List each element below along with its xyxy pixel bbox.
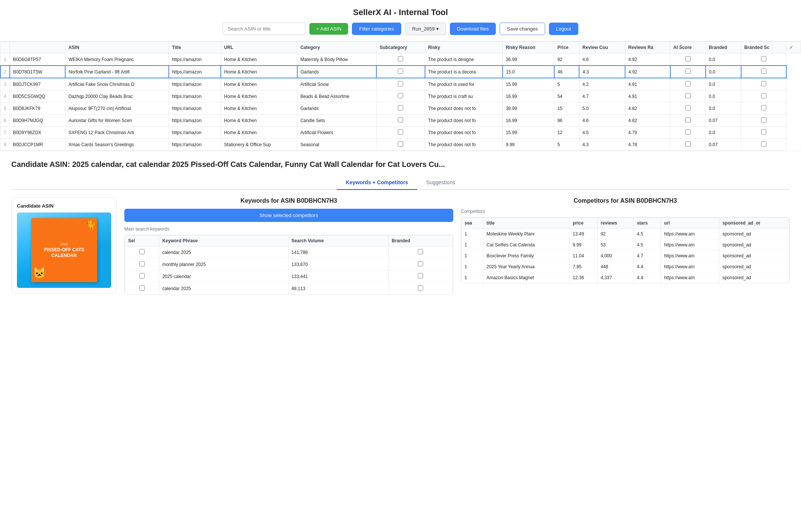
cell-risky[interactable] xyxy=(376,54,425,66)
comp-cell-url[interactable]: https://www.am xyxy=(661,229,719,240)
cell-branded[interactable] xyxy=(670,54,706,66)
cell-url[interactable]: https://amazon xyxy=(169,54,221,66)
cell-review-count: 12 xyxy=(554,127,579,139)
check-checkbox[interactable] xyxy=(761,81,766,86)
cell-check[interactable] xyxy=(741,139,786,151)
save-changes-button[interactable]: Save changes xyxy=(500,23,545,35)
risky-checkbox[interactable] xyxy=(398,81,403,86)
run-selector[interactable]: Run_2859 ▾ xyxy=(405,23,446,35)
cell-check[interactable] xyxy=(741,66,786,78)
competitors-table-wrap[interactable]: seatitlepricereviewsstarsurlsponsored_ad… xyxy=(461,217,790,283)
cell-risky[interactable] xyxy=(376,66,425,78)
risky-checkbox[interactable] xyxy=(398,93,403,98)
table-row[interactable]: 2B0D78D1T3WNorfolk Pine Garland - 9ft Ar… xyxy=(0,66,801,78)
kw-cell-branded[interactable] xyxy=(388,271,452,283)
cell-branded[interactable] xyxy=(670,127,706,139)
comp-cell-url[interactable]: https://www.am xyxy=(661,251,719,261)
check-checkbox[interactable] xyxy=(761,56,766,61)
cell-check[interactable] xyxy=(741,115,786,127)
cell-branded[interactable] xyxy=(670,102,706,115)
kw-cell-select[interactable] xyxy=(125,246,159,258)
risky-checkbox[interactable] xyxy=(398,129,403,135)
cell-check[interactable] xyxy=(741,102,786,115)
kw-select-checkbox[interactable] xyxy=(139,261,145,266)
table-row[interactable]: 7B0D9Y96ZDXSXFENG 12 Pack Christmas Arti… xyxy=(0,127,801,139)
table-row[interactable]: 1B0D6G8TP57WEIKA Memory Foam Pregnanchtt… xyxy=(0,54,801,66)
branded-checkbox[interactable] xyxy=(685,69,691,74)
cell-check[interactable] xyxy=(741,54,786,66)
kw-cell-select[interactable] xyxy=(125,283,159,295)
table-row[interactable]: 3B0DJTCK997Artificial Fake Snow Christma… xyxy=(0,78,801,90)
risky-checkbox[interactable] xyxy=(398,141,403,147)
cell-url[interactable]: https://amazon xyxy=(169,90,221,102)
risky-checkbox[interactable] xyxy=(398,69,403,74)
kw-cell-select[interactable] xyxy=(125,258,159,271)
keywords-table-wrap[interactable]: SelKeyword PhraseSearch VolumeBranded ca… xyxy=(124,235,453,295)
logout-button[interactable]: Logout xyxy=(549,23,578,35)
kw-select-checkbox[interactable] xyxy=(139,249,145,254)
cell-branded[interactable] xyxy=(670,139,706,151)
kw-branded-checkbox[interactable] xyxy=(418,249,423,254)
cell-url[interactable]: https://amazon xyxy=(169,115,221,127)
download-files-button[interactable]: Download files xyxy=(450,23,496,35)
branded-checkbox[interactable] xyxy=(685,56,691,61)
table-row[interactable]: 5B0D8JKFK79Alupssuc 9FT(270 cm) Artifici… xyxy=(0,102,801,115)
search-input[interactable] xyxy=(223,23,306,35)
check-checkbox[interactable] xyxy=(761,69,766,74)
branded-checkbox[interactable] xyxy=(685,81,691,86)
check-checkbox[interactable] xyxy=(761,141,766,147)
cell-branded[interactable] xyxy=(670,78,706,90)
cell-check[interactable] xyxy=(741,90,786,102)
cell-check[interactable] xyxy=(741,78,786,90)
kw-cell-select[interactable] xyxy=(125,271,159,283)
tab-suggestions[interactable]: Suggestions xyxy=(417,176,464,190)
table-row[interactable]: 6B0D9H7MJGQAuriostar Gifts for Women Sce… xyxy=(0,115,801,127)
cell-branded[interactable] xyxy=(670,115,706,127)
branded-checkbox[interactable] xyxy=(685,141,691,147)
check-checkbox[interactable] xyxy=(761,93,766,98)
comp-cell-url[interactable]: https://www.am xyxy=(661,272,719,283)
kw-select-checkbox[interactable] xyxy=(139,285,145,290)
branded-checkbox[interactable] xyxy=(685,105,691,110)
check-checkbox[interactable] xyxy=(761,105,766,110)
branded-checkbox[interactable] xyxy=(685,93,691,98)
check-checkbox[interactable] xyxy=(761,117,766,122)
cell-risky[interactable] xyxy=(376,127,425,139)
table-row[interactable]: 4B0D5CSGWQQDazhqp 20000 Clay Beads Brach… xyxy=(0,90,801,102)
cell-risky[interactable] xyxy=(376,115,425,127)
kw-branded-checkbox[interactable] xyxy=(418,261,423,266)
table-row[interactable]: 8B0DJCCP1MRXmas Cards Season's Greetings… xyxy=(0,139,801,151)
kw-select-checkbox[interactable] xyxy=(139,273,145,278)
risky-checkbox[interactable] xyxy=(398,56,403,61)
kw-cell-branded[interactable] xyxy=(388,258,452,271)
branded-checkbox[interactable] xyxy=(685,117,691,122)
cell-check[interactable] xyxy=(741,127,786,139)
branded-checkbox[interactable] xyxy=(685,129,691,135)
cell-branded[interactable] xyxy=(670,66,706,78)
cell-risky[interactable] xyxy=(376,139,425,151)
show-selected-competitors-button[interactable]: Show selected competitors xyxy=(124,209,453,222)
risky-checkbox[interactable] xyxy=(398,105,403,110)
cell-url[interactable]: https://amazon xyxy=(169,139,221,151)
risky-checkbox[interactable] xyxy=(398,117,403,122)
comp-cell-url[interactable]: https://www.am xyxy=(661,261,719,272)
filter-categories-button[interactable]: Filter categories xyxy=(352,23,401,35)
cell-url[interactable]: https://amazon xyxy=(169,127,221,139)
kw-branded-checkbox[interactable] xyxy=(418,285,423,290)
cell-url[interactable]: https://amazon xyxy=(169,102,221,115)
keywords-row: calendar 2025141,786 xyxy=(125,246,453,258)
check-checkbox[interactable] xyxy=(761,129,766,135)
cell-risky[interactable] xyxy=(376,78,425,90)
comp-cell-url[interactable]: https://www.am xyxy=(661,240,719,251)
cell-risky[interactable] xyxy=(376,90,425,102)
cell-url[interactable]: https://amazon xyxy=(169,78,221,90)
add-asin-button[interactable]: + Add ASIN xyxy=(309,23,348,35)
kw-cell-branded[interactable] xyxy=(388,283,452,295)
cell-risky[interactable] xyxy=(376,102,425,115)
cell-branded[interactable] xyxy=(670,90,706,102)
cell-url[interactable]: https://amazon xyxy=(169,66,221,78)
tab-keywords-competitors[interactable]: Keywords + Competitors xyxy=(337,176,417,190)
kw-branded-checkbox[interactable] xyxy=(418,273,423,278)
comp-cell-sea: 1 xyxy=(462,272,483,283)
kw-cell-branded[interactable] xyxy=(388,246,452,258)
